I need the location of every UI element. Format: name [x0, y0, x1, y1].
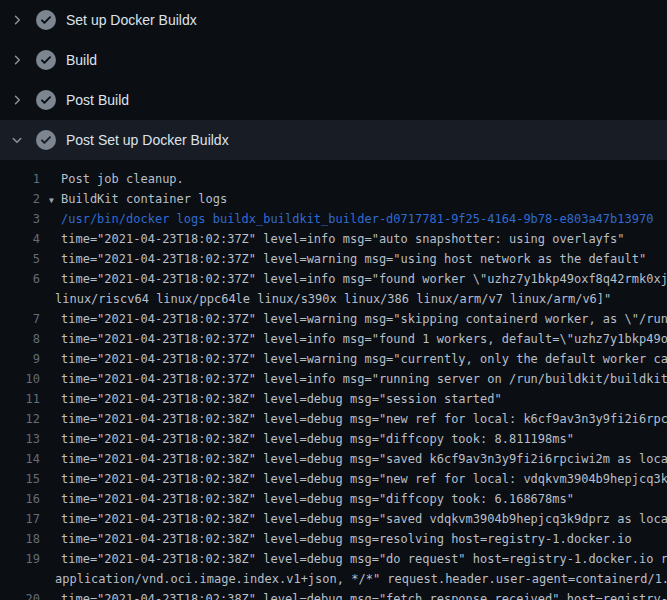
- line-number[interactable]: 4: [0, 229, 40, 249]
- log-text: time="2021-04-23T18:02:38Z" level=debug …: [61, 409, 667, 429]
- check-circle-icon: [36, 90, 56, 110]
- line-number[interactable]: 8: [0, 329, 40, 349]
- log-row: 5time="2021-04-23T18:02:37Z" level=warni…: [0, 249, 667, 269]
- log-row: 14time="2021-04-23T18:02:38Z" level=debu…: [0, 449, 667, 469]
- line-number[interactable]: 11: [0, 389, 40, 409]
- log-row: 2▼BuildKit container logs: [0, 189, 667, 209]
- log-text: time="2021-04-23T18:02:37Z" level=info m…: [61, 269, 667, 289]
- step-row-post-set-up-docker-buildx[interactable]: Post Set up Docker Buildx: [0, 120, 667, 160]
- log-text-wrap: application/vnd.oci.image.index.v1+json,…: [55, 569, 667, 589]
- workflow-log-viewer: Set up Docker BuildxBuildPost BuildPost …: [0, 0, 667, 600]
- line-number[interactable]: 12: [0, 409, 40, 429]
- line-number[interactable]: 14: [0, 449, 40, 469]
- log-row: 3/usr/bin/docker logs buildx_buildkit_bu…: [0, 209, 667, 229]
- line-number[interactable]: 10: [0, 369, 40, 389]
- step-row-build[interactable]: Build: [0, 40, 667, 80]
- log-command-text: /usr/bin/docker logs buildx_buildkit_bui…: [61, 209, 653, 229]
- log-row: 8time="2021-04-23T18:02:37Z" level=info …: [0, 329, 667, 349]
- log-row: 13time="2021-04-23T18:02:38Z" level=debu…: [0, 429, 667, 449]
- chevron-right-icon: [10, 53, 24, 67]
- line-number[interactable]: 17: [0, 509, 40, 529]
- line-number[interactable]: 9: [0, 349, 40, 369]
- line-number[interactable]: 13: [0, 429, 40, 449]
- line-number[interactable]: 3: [0, 209, 40, 229]
- log-group-toggle[interactable]: ▼BuildKit container logs: [49, 189, 227, 209]
- log-area: 1Post job cleanup.2▼BuildKit container l…: [0, 160, 667, 600]
- step-label: Set up Docker Buildx: [66, 12, 197, 28]
- log-text: Post job cleanup.: [61, 169, 184, 189]
- log-row: 19time="2021-04-23T18:02:38Z" level=debu…: [0, 549, 667, 569]
- log-text: time="2021-04-23T18:02:38Z" level=debug …: [61, 389, 502, 409]
- step-label: Build: [66, 52, 97, 68]
- log-row: 12time="2021-04-23T18:02:38Z" level=debu…: [0, 409, 667, 429]
- log-text: time="2021-04-23T18:02:38Z" level=debug …: [61, 429, 574, 449]
- log-row: 6time="2021-04-23T18:02:37Z" level=info …: [0, 269, 667, 289]
- log-row: 10time="2021-04-23T18:02:37Z" level=info…: [0, 369, 667, 389]
- log-row: 9time="2021-04-23T18:02:37Z" level=warni…: [0, 349, 667, 369]
- line-number[interactable]: 6: [0, 269, 40, 289]
- log-row: 11time="2021-04-23T18:02:38Z" level=debu…: [0, 389, 667, 409]
- check-circle-icon: [36, 50, 56, 70]
- log-text: time="2021-04-23T18:02:37Z" level=warnin…: [61, 309, 667, 329]
- log-text: time="2021-04-23T18:02:38Z" level=debug …: [61, 549, 667, 569]
- check-circle-icon: [36, 10, 56, 30]
- check-circle-icon: [36, 130, 56, 150]
- line-number[interactable]: 16: [0, 489, 40, 509]
- chevron-right-icon: [10, 93, 24, 107]
- line-number[interactable]: 20: [0, 589, 40, 600]
- log-text: time="2021-04-23T18:02:37Z" level=warnin…: [61, 249, 646, 269]
- step-label: Post Build: [66, 92, 129, 108]
- log-text: time="2021-04-23T18:02:37Z" level=warnin…: [61, 349, 667, 369]
- step-row-post-build[interactable]: Post Build: [0, 80, 667, 120]
- log-text: time="2021-04-23T18:02:37Z" level=info m…: [61, 369, 667, 389]
- log-row: 15time="2021-04-23T18:02:38Z" level=debu…: [0, 469, 667, 489]
- line-number[interactable]: 15: [0, 469, 40, 489]
- line-number[interactable]: 1: [0, 169, 40, 189]
- triangle-down-icon: ▼: [49, 191, 61, 209]
- step-row-set-up-docker-buildx[interactable]: Set up Docker Buildx: [0, 0, 667, 40]
- log-text-wrap: linux/riscv64 linux/ppc64le linux/s390x …: [55, 289, 611, 309]
- log-row: 7time="2021-04-23T18:02:37Z" level=warni…: [0, 309, 667, 329]
- log-row: 1Post job cleanup.: [0, 169, 667, 189]
- chevron-down-icon: [10, 133, 24, 147]
- line-number[interactable]: 5: [0, 249, 40, 269]
- line-number[interactable]: 18: [0, 529, 40, 549]
- step-list: Set up Docker BuildxBuildPost BuildPost …: [0, 0, 667, 160]
- log-text: time="2021-04-23T18:02:38Z" level=debug …: [61, 509, 667, 529]
- log-text: time="2021-04-23T18:02:38Z" level=debug …: [61, 529, 632, 549]
- log-row: 16time="2021-04-23T18:02:38Z" level=debu…: [0, 489, 667, 509]
- line-number-empty: [0, 289, 40, 309]
- log-row: 17time="2021-04-23T18:02:38Z" level=debu…: [0, 509, 667, 529]
- step-label: Post Set up Docker Buildx: [66, 132, 229, 148]
- chevron-right-icon: [10, 13, 24, 27]
- log-row: 4time="2021-04-23T18:02:37Z" level=info …: [0, 229, 667, 249]
- log-text: time="2021-04-23T18:02:37Z" level=info m…: [61, 329, 667, 349]
- line-number[interactable]: 7: [0, 309, 40, 329]
- log-text: time="2021-04-23T18:02:38Z" level=debug …: [61, 449, 667, 469]
- log-text: time="2021-04-23T18:02:38Z" level=debug …: [61, 589, 667, 600]
- log-row: 18time="2021-04-23T18:02:38Z" level=debu…: [0, 529, 667, 549]
- line-number-empty: [0, 569, 40, 589]
- log-row: linux/riscv64 linux/ppc64le linux/s390x …: [0, 289, 667, 309]
- line-number[interactable]: 19: [0, 549, 40, 569]
- log-row: 20time="2021-04-23T18:02:38Z" level=debu…: [0, 589, 667, 600]
- log-text: time="2021-04-23T18:02:38Z" level=debug …: [61, 469, 667, 489]
- log-group-label: BuildKit container logs: [61, 192, 227, 206]
- log-text: time="2021-04-23T18:02:37Z" level=info m…: [61, 229, 625, 249]
- log-row: application/vnd.oci.image.index.v1+json,…: [0, 569, 667, 589]
- line-number[interactable]: 2: [0, 189, 40, 209]
- log-text: time="2021-04-23T18:02:38Z" level=debug …: [61, 489, 574, 509]
